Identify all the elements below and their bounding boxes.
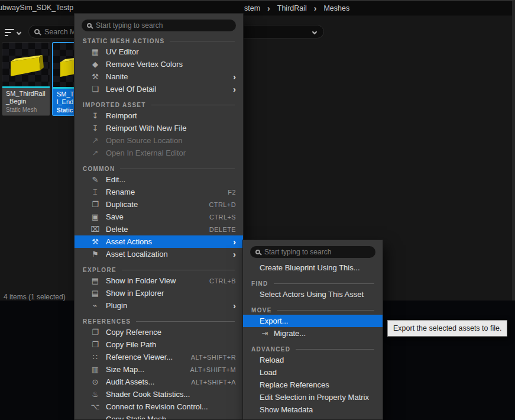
- menu-item-edit[interactable]: ✎ Edit...: [75, 173, 243, 186]
- menu-item-label: Size Map...: [106, 365, 184, 374]
- asset-name: SM_ThirdRail_Begin: [6, 90, 46, 105]
- chevron-right-icon: ›: [233, 237, 236, 246]
- asset-actions-submenu: Create Blueprint Using This... FIND Sele…: [242, 240, 383, 420]
- asset-actions-icon: ⚒: [90, 238, 101, 245]
- menu-item-label: Duplicate: [106, 200, 204, 209]
- menu-item-label: Copy File Path: [106, 340, 236, 349]
- chevron-right-icon: ›: [233, 301, 236, 310]
- breadcrumb-item[interactable]: stem: [244, 4, 260, 12]
- submenu-search-input[interactable]: [264, 248, 370, 256]
- migrate-icon: ⇥: [260, 329, 270, 337]
- plugin-icon: ⌁: [90, 302, 101, 309]
- menu-item-label: Reimport: [106, 111, 236, 120]
- menu-item-label: Reimport With New File: [106, 124, 236, 133]
- menu-item-label: Copy Static Mesh...: [106, 415, 236, 420]
- menu-item-shader-cook-statistics[interactable]: ♨ Shader Cook Statistics...: [75, 388, 243, 400]
- menu-item-size-map[interactable]: ▥ Size Map... ALT+SHIFT+M: [75, 363, 243, 376]
- menu-item-label: Rename: [106, 188, 222, 196]
- menu-item-reimport[interactable]: ↧ Reimport: [75, 109, 243, 122]
- menu-item-save[interactable]: ▣ Save CTRL+S: [75, 211, 243, 223]
- menu-item-show-in-folder-view[interactable]: ▤ Show in Folder View CTRL+B: [75, 274, 243, 287]
- menu-item-label: Validate Assets: [260, 418, 375, 420]
- copy-icon: ❐: [90, 341, 101, 348]
- reimport-icon: ↧: [90, 112, 101, 119]
- size-map-icon: ▥: [90, 366, 101, 373]
- section-title: ADVANCED: [251, 346, 290, 353]
- section-title: EXPLORE: [83, 267, 116, 273]
- menu-item-replace-references[interactable]: Replace References: [243, 379, 383, 391]
- menu-item-label: Asset Localization: [106, 250, 228, 259]
- folder-search-icon: ▤: [90, 289, 101, 297]
- duplicate-icon: ❐: [90, 201, 101, 208]
- menu-item-reimport-with-new-file[interactable]: ↧ Reimport With New File: [75, 122, 243, 134]
- menu-item-delete[interactable]: ⌧ Delete DELETE: [75, 223, 243, 235]
- menu-item-label: Plugin: [106, 301, 228, 310]
- menu-item-level-of-detail[interactable]: ❏ Level Of Detail ›: [75, 83, 243, 95]
- asset-thumbnail: [2, 43, 50, 86]
- menu-item-open-in-external-editor: ↗ Open In External Editor: [75, 147, 243, 159]
- menu-item-duplicate[interactable]: ❐ Duplicate CTRL+D: [75, 198, 243, 211]
- folder-search-icon: ▤: [90, 277, 101, 285]
- section-header: ADVANCED: [243, 344, 383, 354]
- search-icon: [255, 250, 260, 254]
- menu-item-export[interactable]: Export...: [243, 315, 383, 327]
- menu-item-plugin[interactable]: ⌁ Plugin ›: [75, 299, 243, 312]
- asset-tile-sm-thirdrail-begin[interactable]: SM_ThirdRail_Begin Static Mesh: [2, 42, 50, 116]
- menu-item-migrate[interactable]: ⇥ Migrate...: [243, 327, 383, 340]
- menu-item-show-metadata[interactable]: Show Metadata: [243, 403, 383, 416]
- menu-item-label: Audit Assets...: [106, 377, 186, 386]
- menu-item-audit-assets[interactable]: ⊙ Audit Assets... ALT+SHIFT+A: [75, 376, 243, 388]
- shortcut-label: F2: [228, 189, 236, 196]
- menu-item-label: Show in Explorer: [106, 289, 236, 298]
- menu-item-label: Edit Selection in Property Matrix: [260, 393, 375, 402]
- delete-icon: ⌧: [90, 225, 101, 233]
- menu-item-reference-viewer[interactable]: ∷ Reference Viewer... ALT+SHIFT+R: [75, 351, 243, 363]
- menu-item-label: UV Editor: [106, 47, 236, 56]
- menu-item-connect-to-revision-control[interactable]: ⌥ Connect to Revision Control...: [75, 400, 243, 413]
- menu-item-select-actors-using-this-asset[interactable]: Select Actors Using This Asset: [243, 288, 383, 301]
- submenu-search-bar[interactable]: [250, 246, 375, 258]
- asset-localization-icon: ⚑: [90, 250, 101, 258]
- menu-item-partial-clipped[interactable]: ▬ Copy Static Mesh...: [75, 413, 243, 420]
- menu-item-reload[interactable]: Reload: [243, 354, 383, 366]
- breadcrumb-item[interactable]: Meshes: [323, 4, 349, 12]
- rename-icon: ⌶: [90, 188, 101, 196]
- edit-icon: ✎: [90, 176, 101, 183]
- menu-item-label: Level Of Detail: [106, 85, 228, 93]
- menu-item-asset-actions[interactable]: ⚒ Asset Actions ›: [75, 235, 243, 248]
- menu-item-edit-selection-in-property-matrix[interactable]: Edit Selection in Property Matrix: [243, 391, 383, 403]
- chevron-right-icon: ›: [233, 72, 236, 81]
- menu-item-label: Nanite: [106, 72, 228, 81]
- section-title: STATIC MESH ACTIONS: [83, 38, 164, 44]
- menu-item-validate-assets[interactable]: Validate Assets: [243, 416, 383, 420]
- menu-item-create-blueprint-using-this[interactable]: Create Blueprint Using This...: [243, 261, 383, 274]
- menu-item-copy-reference[interactable]: ❐ Copy Reference: [75, 326, 243, 338]
- chevron-right-icon: ›: [233, 85, 236, 93]
- menu-item-uv-editor[interactable]: ▦ UV Editor: [75, 46, 243, 58]
- audit-assets-icon: ⊙: [90, 378, 101, 386]
- menu-item-load[interactable]: Load: [243, 366, 383, 379]
- breadcrumb-item[interactable]: ThirdRail: [277, 4, 307, 12]
- section-header: EXPLORE: [75, 265, 243, 274]
- menu-search-bar[interactable]: [82, 20, 236, 31]
- menu-item-label: Reload: [260, 356, 375, 364]
- menu-search-input[interactable]: [96, 21, 231, 30]
- menu-item-label: Connect to Revision Control...: [106, 402, 236, 411]
- search-options-chevron-icon[interactable]: [312, 29, 317, 34]
- menu-item-show-in-explorer[interactable]: ▤ Show in Explorer: [75, 287, 243, 299]
- menu-item-label: Select Actors Using This Asset: [260, 290, 375, 299]
- menu-item-label: Show in Folder View: [106, 276, 204, 285]
- menu-item-copy-file-path[interactable]: ❐ Copy File Path: [75, 338, 243, 351]
- uv-editor-icon: ▦: [90, 48, 101, 56]
- menu-item-rename[interactable]: ⌶ Rename F2: [75, 186, 243, 198]
- menu-item-label: Reference Viewer...: [106, 353, 186, 361]
- menu-item-remove-vertex-colors[interactable]: ◆ Remove Vertex Colors: [75, 58, 243, 70]
- section-header: FIND: [243, 279, 383, 288]
- menu-item-label: Delete: [106, 225, 204, 234]
- save-icon: ▣: [90, 213, 101, 221]
- menu-item-asset-localization[interactable]: ⚑ Asset Localization ›: [75, 248, 243, 260]
- menu-item-label: Shader Cook Statistics...: [106, 390, 236, 399]
- filters-button[interactable]: [5, 27, 25, 38]
- breadcrumb: stem › ThirdRail › Meshes: [244, 1, 349, 15]
- menu-item-nanite[interactable]: ⚒ Nanite ›: [75, 70, 243, 83]
